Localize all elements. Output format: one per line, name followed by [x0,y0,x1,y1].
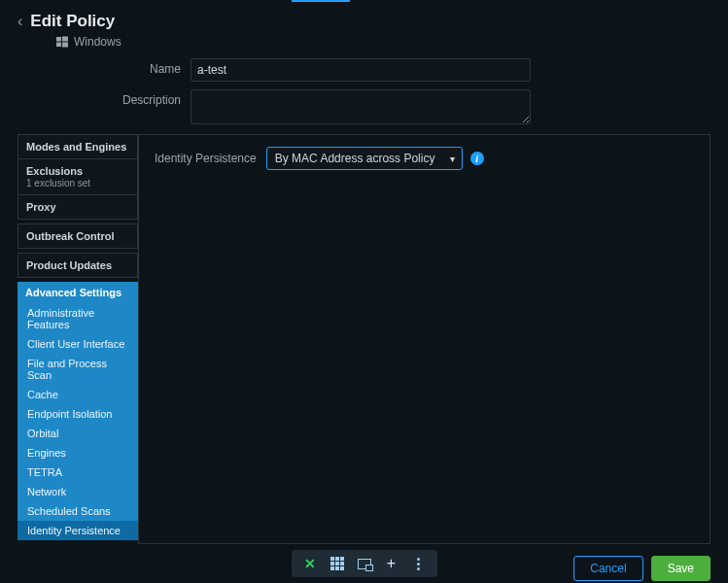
identity-persistence-select[interactable]: By MAC Address across Policy [266,147,463,170]
sidebar-item-proxy[interactable]: Proxy [18,195,137,219]
sidebar-adv-item-file-and-process-scan[interactable]: File and Process Scan [17,354,138,385]
toolbar-more-icon[interactable] [410,555,428,572]
sidebar-item-exclusions-sub: 1 exclusion set [26,178,129,189]
toolbar-plus-icon[interactable]: + [383,555,400,572]
description-textarea[interactable] [191,89,531,124]
save-button[interactable]: Save [651,556,711,581]
sidebar-adv-item-cache[interactable]: Cache [17,385,138,404]
os-label: Windows [74,35,121,49]
info-icon[interactable]: i [470,152,484,165]
cancel-button[interactable]: Cancel [573,556,642,581]
page-title: Edit Policy [30,12,115,31]
sidebar-adv-item-tetra[interactable]: TETRA [17,463,138,482]
sidebar-adv-item-network[interactable]: Network [17,482,138,501]
sidebar-item-outbreak-control[interactable]: Outbreak Control [17,223,138,249]
sidebar: Modes and Engines Exclusions 1 exclusion… [17,134,138,544]
svg-rect-2 [56,43,61,48]
svg-rect-0 [56,37,61,42]
content-panel: Identity Persistence By MAC Address acro… [138,134,711,544]
sidebar-adv-item-client-user-interface[interactable]: Client User Interface [17,334,138,354]
description-label: Description [17,89,191,107]
sidebar-adv-item-endpoint-isolation[interactable]: Endpoint Isolation [17,404,138,424]
back-chevron-icon[interactable]: ‹ [17,14,22,29]
name-label: Name [17,58,191,76]
sidebar-adv-item-identity-persistence[interactable]: Identity Persistence [17,521,138,540]
sidebar-item-product-updates[interactable]: Product Updates [17,253,138,278]
sidebar-adv-item-scheduled-scans[interactable]: Scheduled Scans [17,501,138,521]
toolbar-window-icon[interactable] [356,555,373,572]
sidebar-adv-item-orbital[interactable]: Orbital [17,424,138,443]
svg-rect-3 [62,43,68,48]
svg-rect-1 [62,37,68,42]
sidebar-item-exclusions-label: Exclusions [26,165,83,177]
sidebar-item-modes-engines[interactable]: Modes and Engines [18,135,137,159]
identity-persistence-label: Identity Persistence [155,152,259,165]
windows-icon [56,36,68,48]
toolbar-grid-icon[interactable] [329,555,346,572]
sidebar-adv-item-engines[interactable]: Engines [17,443,138,463]
sidebar-item-exclusions[interactable]: Exclusions 1 exclusion set [18,159,137,195]
toolbar-close-icon[interactable]: ✕ [301,555,319,572]
sidebar-advanced-list: Administrative FeaturesClient User Inter… [17,303,138,540]
bottom-toolbar: ✕ + [292,550,437,577]
name-input[interactable] [191,58,531,82]
sidebar-item-advanced-settings[interactable]: Advanced Settings [17,282,138,303]
sidebar-adv-item-administrative-features[interactable]: Administrative Features [17,303,138,334]
